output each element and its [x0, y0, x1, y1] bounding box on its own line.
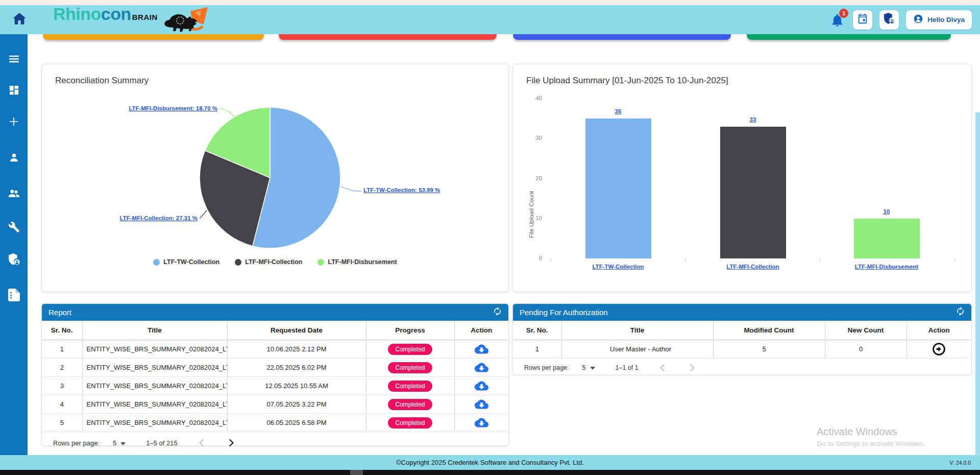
legend-item-LTF-TW-Collection[interactable]: LTF-TW-Collection	[153, 258, 219, 266]
column-header-progress: Progress	[366, 321, 454, 340]
report-card: Report Sr. No.TitleRequested DateProgres…	[41, 303, 509, 446]
file-upload-bar-chart: 010203040File Upload Count35LTF-TW-Colle…	[513, 87, 971, 292]
sidebar-item-wrench[interactable]	[0, 220, 28, 235]
cell-action	[454, 395, 508, 414]
report-header-bar: Report	[42, 304, 508, 321]
cell-action	[454, 377, 508, 395]
pie-data-label-LTF-TW-Collection[interactable]: LTF-TW-Collection: 53.99 %	[363, 187, 440, 193]
cell-requested-date: 07.05.2025 3.22 PM	[227, 395, 366, 414]
sidebar-item-users[interactable]	[0, 187, 28, 202]
copyright-text: ©Copyright 2025 Credentek Software and C…	[396, 459, 584, 466]
column-header-new-count: New Count	[825, 321, 906, 340]
legend-item-LTF-MFI-Disbursement[interactable]: LTF-MFI-Disbursement	[317, 258, 397, 266]
authorize-icon[interactable]	[932, 342, 946, 356]
cell-title: ENTITY_WISE_BRS_SUMMARY_02082024_LT...	[82, 395, 227, 414]
legend-item-LTF-MFI-Collection[interactable]: LTF-MFI-Collection	[235, 258, 302, 266]
bar-LTF-TW-Collection[interactable]	[585, 118, 651, 258]
x-axis-tick	[820, 258, 821, 262]
rows-per-page-select[interactable]: 5	[113, 439, 126, 447]
cell-requested-date: 10.06.2025 2.12 PM	[227, 340, 366, 359]
bar-category-link-LTF-TW-Collection[interactable]: LTF-TW-Collection	[562, 264, 674, 270]
bar-value-label[interactable]: 33	[732, 116, 773, 123]
pending-refresh-button[interactable]	[955, 306, 965, 318]
prev-page-button	[657, 362, 668, 373]
sidebar-item-report-file[interactable]	[0, 288, 28, 303]
stat-card-edge-2[interactable]	[513, 34, 731, 40]
cell-action	[454, 359, 508, 377]
report-table-row: 2ENTITY_WISE_BRS_SUMMARY_02082024_LT...2…	[42, 359, 508, 377]
rows-per-page-label: Rows per page:	[53, 439, 100, 447]
rows-per-page-select[interactable]: 5	[582, 364, 595, 371]
legend-dot	[235, 259, 241, 266]
legend-label: LTF-MFI-Disbursement	[328, 258, 397, 266]
home-button[interactable]	[8, 9, 31, 31]
cloud-download-icon[interactable]	[475, 342, 488, 356]
cell-title: ENTITY_WISE_BRS_SUMMARY_02082024_LT...	[82, 340, 227, 359]
shield-user-icon	[8, 253, 20, 268]
status-badge: Completed	[388, 344, 432, 355]
reconciliation-title: Reconciliation Summary	[55, 76, 149, 86]
cloud-download-icon[interactable]	[475, 416, 488, 430]
home-icon	[12, 11, 27, 29]
bar-value-label[interactable]: 10	[866, 208, 907, 215]
sidebar-nav	[0, 34, 28, 455]
brand-primary: Rhino	[53, 4, 101, 24]
page-range: 1–1 of 1	[616, 364, 639, 371]
report-refresh-button[interactable]	[493, 306, 502, 318]
cell-title: ENTITY_WISE_BRS_SUMMARY_02082024_LT...	[82, 414, 227, 432]
cell-modified-count: 5	[713, 340, 825, 359]
pie-legend: LTF-TW-CollectionLTF-MFI-CollectionLTF-M…	[42, 258, 508, 266]
vertical-scrollbar-thumb[interactable]	[975, 112, 980, 455]
bar-LTF-MFI-Disbursement[interactable]	[854, 219, 920, 258]
cell-progress: Completed	[366, 377, 454, 395]
pie-data-label-LTF-MFI-Collection[interactable]: LTF-MFI-Collection: 27.31 %	[120, 215, 198, 221]
file-upload-title: File Upload Summary [01-Jun-2025 To 10-J…	[526, 76, 728, 86]
next-page-button	[687, 362, 698, 373]
legend-label: LTF-MFI-Collection	[245, 258, 302, 266]
sidebar-item-plus[interactable]	[0, 115, 28, 130]
cloud-download-icon[interactable]	[475, 397, 488, 411]
caret-down-icon	[120, 439, 126, 447]
next-page-button[interactable]	[226, 437, 237, 448]
user-menu-button[interactable]: Hello Divya	[906, 10, 972, 30]
stat-card-edge-0[interactable]	[43, 34, 264, 40]
menu-icon	[8, 53, 20, 67]
bar-value-label[interactable]: 35	[598, 108, 639, 114]
brand-secondary: con	[101, 4, 131, 24]
bar-category-link-LTF-MFI-Disbursement[interactable]: LTF-MFI-Disbursement	[830, 264, 943, 270]
refresh-icon	[493, 306, 502, 318]
report-file-icon	[8, 289, 20, 303]
rhino-logo-icon	[161, 7, 215, 36]
column-header-title: Title	[561, 321, 713, 340]
report-pagination: Rows per page: 5 1–5 of 215	[42, 432, 508, 454]
sidebar-item-menu[interactable]	[0, 52, 28, 67]
stat-card-edge-3[interactable]	[747, 34, 951, 40]
notifications-button[interactable]: 1	[828, 10, 846, 30]
report-table-row: 5ENTITY_WISE_BRS_SUMMARY_02082024_LT...0…	[42, 414, 508, 432]
calendar-button[interactable]	[853, 10, 872, 30]
file-upload-summary-card: File Upload Summary [01-Jun-2025 To 10-J…	[512, 64, 972, 292]
report-title: Report	[48, 308, 71, 317]
cloud-download-icon[interactable]	[475, 361, 488, 374]
cell-requested-date: 22.05.2025 6.02 PM	[227, 359, 366, 377]
caret-down-icon	[590, 364, 595, 371]
cell-progress: Completed	[366, 340, 454, 359]
sidebar-item-shield-user[interactable]	[0, 253, 28, 268]
column-header-action: Action	[906, 321, 971, 340]
sidebar-item-dashboard[interactable]	[0, 83, 28, 99]
cell-action	[906, 340, 971, 359]
cell-action	[454, 414, 508, 432]
cloud-download-icon[interactable]	[475, 379, 488, 393]
y-axis-tick-label: 20	[524, 175, 542, 181]
cell-sr-no: 2	[42, 359, 82, 377]
admin-shield-button[interactable]	[879, 10, 899, 30]
bar-category-link-LTF-MFI-Collection[interactable]: LTF-MFI-Collection	[697, 264, 809, 270]
column-header-title: Title	[82, 321, 227, 340]
cell-sr-no: 1	[513, 340, 561, 359]
sidebar-item-user[interactable]	[0, 151, 28, 166]
bar-LTF-MFI-Collection[interactable]	[720, 127, 786, 258]
account-icon	[913, 14, 923, 26]
pie-data-label-LTF-MFI-Disbursement[interactable]: LTF-MFI-Disbursement: 18.70 %	[129, 105, 217, 111]
column-header-requested-date: Requested Date	[227, 321, 366, 340]
stat-card-edge-1[interactable]	[279, 34, 497, 40]
